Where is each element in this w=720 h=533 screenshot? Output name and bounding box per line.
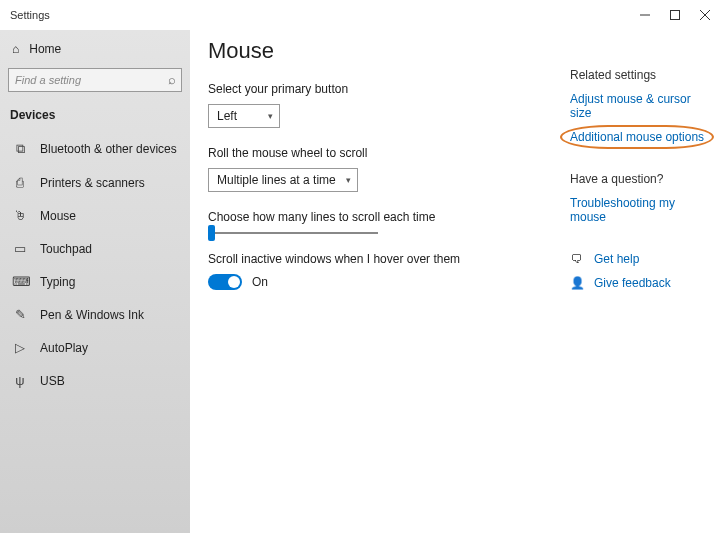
titlebar: Settings	[0, 0, 720, 30]
sidebar-item-mouse[interactable]: 🖰 Mouse	[0, 199, 190, 232]
inactive-scroll-toggle-row: On	[208, 274, 560, 290]
primary-button-value: Left	[217, 109, 237, 123]
wheel-scroll-select[interactable]: Multiple lines at a time ▾	[208, 168, 358, 192]
link-troubleshooting-mouse[interactable]: Troubleshooting my mouse	[570, 196, 708, 224]
lines-slider-field: Choose how many lines to scroll each tim…	[208, 210, 560, 234]
chevron-down-icon: ▾	[346, 175, 351, 185]
wheel-scroll-field: Roll the mouse wheel to scroll Multiple …	[208, 146, 560, 192]
slider-thumb[interactable]	[208, 225, 215, 241]
inactive-scroll-label: Scroll inactive windows when I hover ove…	[208, 252, 560, 266]
content-column: Mouse Select your primary button Left ▾ …	[208, 38, 570, 533]
autoplay-icon: ▷	[12, 340, 28, 355]
primary-button-field: Select your primary button Left ▾	[208, 82, 560, 128]
search-icon: ⌕	[168, 72, 176, 87]
sidebar-item-label: Bluetooth & other devices	[40, 142, 177, 156]
bluetooth-icon: ⧉	[12, 141, 28, 157]
touchpad-icon: ▭	[12, 241, 28, 256]
sidebar-item-label: USB	[40, 374, 65, 388]
feedback-icon: 👤	[570, 276, 584, 290]
sidebar-item-autoplay[interactable]: ▷ AutoPlay	[0, 331, 190, 364]
inactive-scroll-toggle[interactable]	[208, 274, 242, 290]
primary-button-select[interactable]: Left ▾	[208, 104, 280, 128]
typing-icon: ⌨	[12, 274, 28, 289]
pen-icon: ✎	[12, 307, 28, 322]
sidebar-home[interactable]: ⌂ Home	[0, 36, 190, 62]
sidebar-item-label: Touchpad	[40, 242, 92, 256]
primary-button-label: Select your primary button	[208, 82, 560, 96]
link-additional-mouse-options[interactable]: Additional mouse options	[570, 130, 704, 144]
search-input[interactable]	[8, 68, 182, 92]
sidebar-item-typing[interactable]: ⌨ Typing	[0, 265, 190, 298]
sidebar-item-printers[interactable]: ⎙ Printers & scanners	[0, 166, 190, 199]
sidebar-item-usb[interactable]: ψ USB	[0, 364, 190, 397]
home-label: Home	[29, 42, 61, 56]
sidebar-item-touchpad[interactable]: ▭ Touchpad	[0, 232, 190, 265]
window-buttons	[630, 0, 720, 30]
home-icon: ⌂	[12, 42, 19, 56]
help-icon: 🗨	[570, 252, 584, 266]
lines-slider[interactable]	[208, 232, 560, 234]
window-body: ⌂ Home ⌕ Devices ⧉ Bluetooth & other dev…	[0, 30, 720, 533]
sidebar: ⌂ Home ⌕ Devices ⧉ Bluetooth & other dev…	[0, 30, 190, 533]
right-column: Related settings Adjust mouse & cursor s…	[570, 38, 720, 533]
sidebar-item-label: Typing	[40, 275, 75, 289]
wheel-scroll-label: Roll the mouse wheel to scroll	[208, 146, 560, 160]
related-settings-head: Related settings	[570, 68, 708, 82]
minimize-button[interactable]	[630, 0, 660, 30]
main-area: Mouse Select your primary button Left ▾ …	[190, 30, 720, 533]
sidebar-section-title: Devices	[0, 98, 190, 132]
sidebar-item-label: Printers & scanners	[40, 176, 145, 190]
give-feedback-row[interactable]: 👤 Give feedback	[570, 276, 708, 290]
sidebar-item-label: Mouse	[40, 209, 76, 223]
sidebar-item-label: Pen & Windows Ink	[40, 308, 144, 322]
question-head: Have a question?	[570, 172, 708, 186]
svg-rect-0	[671, 11, 680, 20]
inactive-scroll-field: Scroll inactive windows when I hover ove…	[208, 252, 560, 290]
close-button[interactable]	[690, 0, 720, 30]
slider-track	[208, 232, 378, 234]
window-title: Settings	[10, 9, 50, 21]
sidebar-item-label: AutoPlay	[40, 341, 88, 355]
maximize-button[interactable]	[660, 0, 690, 30]
printer-icon: ⎙	[12, 175, 28, 190]
sidebar-search: ⌕	[8, 68, 182, 92]
usb-icon: ψ	[12, 373, 28, 388]
mouse-icon: 🖰	[12, 208, 28, 223]
page-title: Mouse	[208, 38, 560, 64]
toggle-knob	[228, 276, 240, 288]
sidebar-item-bluetooth[interactable]: ⧉ Bluetooth & other devices	[0, 132, 190, 166]
get-help-label: Get help	[594, 252, 639, 266]
settings-window: Settings ⌂ Home ⌕ Devices	[0, 0, 720, 533]
chevron-down-icon: ▾	[268, 111, 273, 121]
wheel-scroll-value: Multiple lines at a time	[217, 173, 336, 187]
give-feedback-label: Give feedback	[594, 276, 671, 290]
lines-slider-label: Choose how many lines to scroll each tim…	[208, 210, 560, 224]
inactive-scroll-state: On	[252, 275, 268, 289]
sidebar-nav: ⧉ Bluetooth & other devices ⎙ Printers &…	[0, 132, 190, 397]
sidebar-item-pen[interactable]: ✎ Pen & Windows Ink	[0, 298, 190, 331]
link-adjust-mouse-cursor-size[interactable]: Adjust mouse & cursor size	[570, 92, 708, 120]
get-help-row[interactable]: 🗨 Get help	[570, 252, 708, 266]
